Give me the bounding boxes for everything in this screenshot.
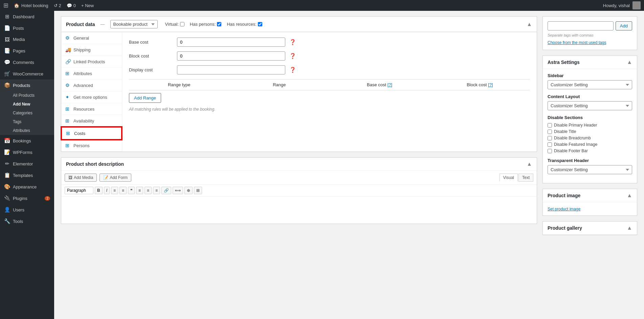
products-icon: 📦 [4, 82, 10, 88]
sidebar-item-products[interactable]: 📦 Products [0, 79, 54, 91]
new-item[interactable]: + New [81, 3, 94, 8]
bold-button[interactable]: B [95, 187, 103, 194]
editor-body[interactable] [61, 197, 537, 224]
tab-linked-products[interactable]: 🔗 Linked Products [61, 56, 122, 68]
submenu-tags[interactable]: Tags [0, 117, 54, 126]
align-left-button[interactable]: ≡ [136, 187, 143, 194]
blockquote-button[interactable]: ❝ [128, 187, 135, 194]
table-button[interactable]: ⊞ [194, 187, 202, 194]
product-image-title: Product image [548, 193, 580, 198]
disable-featured-image-checkbox[interactable] [548, 142, 552, 147]
ordered-list-button[interactable]: ≡ [119, 187, 127, 194]
sidebar-item-media[interactable]: 🖼 Media [0, 34, 54, 45]
tab-persons[interactable]: ⊞ Persons [61, 140, 122, 152]
submenu-categories[interactable]: Categories [0, 109, 54, 117]
sidebar-item-users[interactable]: 👤 Users [0, 204, 54, 215]
submenu-add-new[interactable]: Add New [0, 100, 54, 109]
virtual-check-label[interactable]: Virtual: [165, 22, 184, 27]
block-cost-help-link[interactable]: [?] [488, 82, 493, 87]
editor-toolbar-top: 🖼 Add Media 📝 Add Form Visual Text [61, 171, 537, 185]
align-center-button[interactable]: ≡ [145, 187, 152, 194]
product-image-collapse-icon[interactable]: ▲ [627, 192, 632, 199]
astra-collapse-icon[interactable]: ▲ [627, 59, 632, 65]
linked-products-tab-icon: 🔗 [65, 59, 71, 64]
add-media-button[interactable]: 🖼 Add Media [65, 174, 97, 182]
block-cost-input[interactable] [177, 51, 285, 61]
costs-tab-icon: ⊞ [66, 131, 71, 136]
horizontal-rule-button[interactable]: ⟺ [173, 187, 183, 194]
sidebar-item-tools[interactable]: 🔧 Tools [0, 215, 54, 227]
sidebar-item-plugins[interactable]: 🔌 Plugins 2 [0, 192, 54, 204]
add-range-button[interactable]: Add Range [129, 93, 161, 103]
block-cost-help-icon[interactable]: ❓ [289, 53, 296, 59]
add-form-button[interactable]: 📝 Add Form [99, 174, 131, 182]
wpforms-icon: 📝 [4, 149, 10, 155]
set-product-image-link[interactable]: Set product image [548, 207, 580, 211]
wp-logo-icon[interactable]: ⊞ [3, 2, 8, 9]
submenu-attributes[interactable]: Attributes [0, 126, 54, 135]
sidebar-item-woocommerce[interactable]: 🛒 WooCommerce [0, 68, 54, 79]
base-cost-input[interactable] [177, 38, 285, 47]
tab-get-more-options[interactable]: ✦ Get more options [61, 91, 122, 103]
link-button[interactable]: 🔗 [161, 187, 171, 194]
has-resources-check-label[interactable]: Has resources: [227, 22, 262, 27]
visual-tab[interactable]: Visual [499, 174, 518, 182]
tab-costs[interactable]: ⊞ Costs [61, 127, 122, 140]
align-right-button[interactable]: ≡ [153, 187, 160, 194]
transparent-header-select[interactable]: Customizer Setting [548, 165, 632, 174]
tag-choose-link[interactable]: Choose from the most used tags [548, 40, 606, 45]
avatar[interactable] [632, 1, 641, 9]
tab-availability[interactable]: ⊞ Availability [61, 115, 122, 127]
sidebar-item-posts[interactable]: 📄 Posts [0, 22, 54, 34]
revisions-item[interactable]: ↺ 2 [54, 3, 61, 8]
sidebar-item-appearance[interactable]: 🎨 Appearance [0, 181, 54, 192]
tag-add-button[interactable]: Add [616, 21, 632, 30]
disable-title-checkbox[interactable] [548, 130, 552, 134]
disable-breadcrumb-checkbox[interactable] [548, 136, 552, 140]
sidebar-item-wpforms[interactable]: 📝 WPForms [0, 146, 54, 158]
unordered-list-button[interactable]: ≡ [111, 187, 118, 194]
has-persons-checkbox[interactable] [217, 22, 221, 26]
submenu-all-products[interactable]: All Products [0, 91, 54, 100]
tab-general[interactable]: ⚙ General [61, 32, 122, 44]
product-panel-collapse-icon[interactable]: ▲ [527, 21, 532, 27]
tab-resources[interactable]: ⊞ Resources [61, 103, 122, 115]
display-cost-input[interactable] [177, 65, 285, 74]
disable-featured-image-check[interactable]: Disable Featured Image [548, 142, 632, 147]
disable-breadcrumb-check[interactable]: Disable Breadcrumb [548, 136, 632, 140]
sidebar-item-pages[interactable]: 📑 Pages [0, 45, 54, 56]
italic-button[interactable]: I [104, 187, 110, 194]
sidebar-item-comments[interactable]: 💬 Comments [0, 56, 54, 68]
text-tab[interactable]: Text [518, 174, 533, 182]
short-desc-collapse-icon[interactable]: ▲ [527, 161, 532, 167]
comments-item[interactable]: 💬 0 [67, 3, 76, 8]
format-select[interactable]: Paragraph [65, 187, 93, 194]
content-layout-label: Content Layout [548, 94, 632, 99]
tab-shipping[interactable]: 🚚 Shipping [61, 44, 122, 56]
tag-input[interactable] [548, 21, 614, 30]
has-resources-checkbox[interactable] [258, 22, 262, 26]
disable-primary-header-checkbox[interactable] [548, 123, 552, 128]
media-icon: 🖼 [4, 37, 10, 42]
disable-primary-header-check[interactable]: Disable Primary Header [548, 123, 632, 128]
has-persons-check-label[interactable]: Has persons: [190, 22, 222, 27]
sidebar-item-bookings[interactable]: 📅 Bookings [0, 135, 54, 146]
sidebar-select[interactable]: Customizer Setting [548, 80, 632, 89]
site-name[interactable]: 🏠 Hotel booking [14, 3, 48, 8]
sidebar-item-dashboard[interactable]: ⊞ Dashboard [0, 11, 54, 22]
disable-title-check[interactable]: Disable Title [548, 129, 632, 134]
tab-advanced[interactable]: ⚙ Advanced [61, 79, 122, 91]
sidebar-item-templates[interactable]: 📋 Templates [0, 169, 54, 181]
display-cost-help-icon[interactable]: ❓ [289, 67, 296, 73]
virtual-checkbox[interactable] [180, 22, 184, 26]
disable-footer-bar-checkbox[interactable] [548, 149, 552, 153]
disable-footer-bar-check[interactable]: Disable Footer Bar [548, 149, 632, 153]
base-cost-help-link[interactable]: [?] [387, 82, 392, 87]
fullscreen-button[interactable]: ⊕ [184, 187, 193, 194]
sidebar-item-elementor[interactable]: ✏ Elementor [0, 158, 54, 169]
product-type-select[interactable]: Bookable product [110, 20, 158, 28]
base-cost-help-icon[interactable]: ❓ [289, 39, 296, 45]
content-layout-select[interactable]: Customizer Setting [548, 101, 632, 110]
product-gallery-collapse-icon[interactable]: ▲ [627, 225, 632, 231]
tab-attributes[interactable]: ⊞ Attributes [61, 68, 122, 79]
